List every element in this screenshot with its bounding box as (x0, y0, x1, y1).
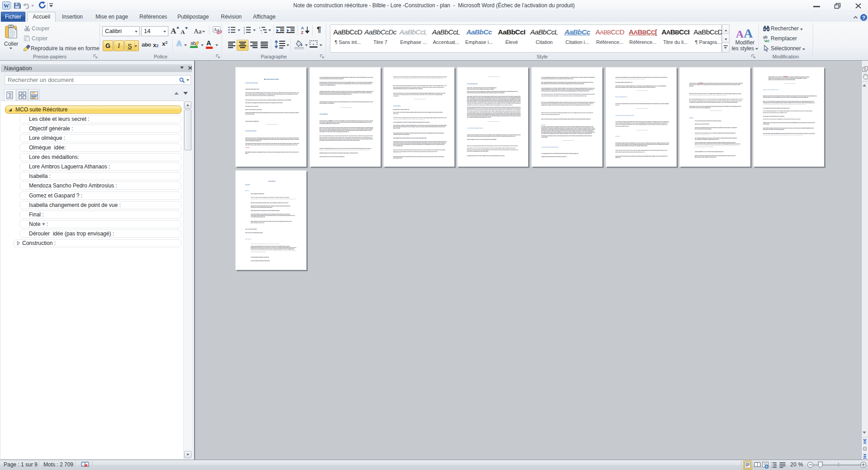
svg-text:i: i (262, 32, 262, 34)
svg-text:W: W (4, 3, 9, 9)
svg-text:3: 3 (243, 32, 245, 34)
svg-text:Z: Z (301, 30, 304, 35)
svg-text:A: A (301, 26, 304, 30)
svg-text:ac: ac (765, 38, 770, 43)
svg-text:?: ? (862, 15, 865, 20)
